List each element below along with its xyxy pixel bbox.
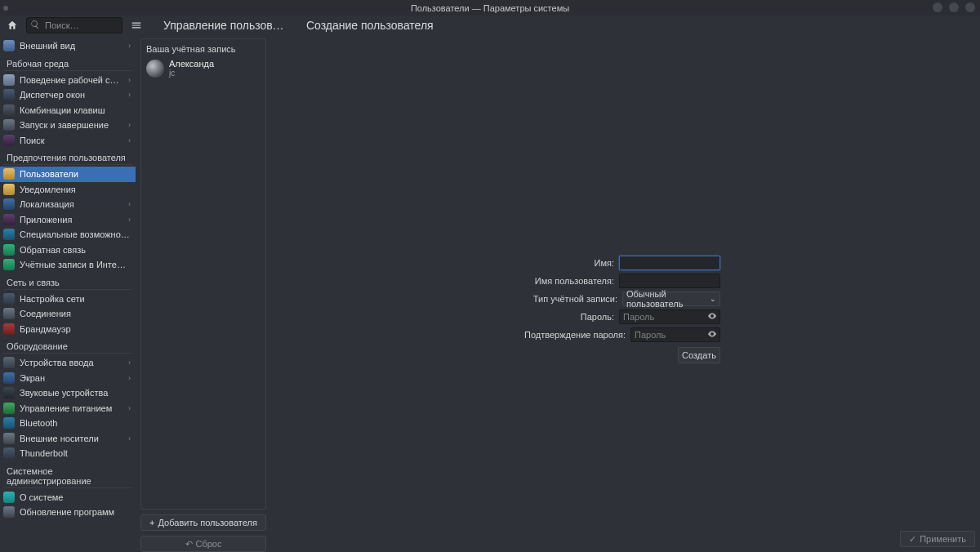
- sidebar-item-icon: [3, 372, 15, 384]
- sidebar-item-label: Брандмауэр: [20, 324, 131, 334]
- toolbar: Управление пользоват... Создание пользов…: [0, 16, 980, 35]
- sidebar-item[interactable]: Управление питанием›: [0, 401, 136, 416]
- maximize-button[interactable]: [949, 2, 959, 12]
- name-input[interactable]: [619, 256, 720, 270]
- sidebar-item-icon: [3, 323, 15, 335]
- sidebar-item[interactable]: Bluetooth: [0, 416, 136, 431]
- sidebar-item[interactable]: Брандмауэр: [0, 322, 136, 337]
- sidebar-item[interactable]: Обновление программ: [0, 505, 136, 520]
- sidebar-item[interactable]: Уведомления: [0, 182, 136, 198]
- window-title: Пользователи — Параметры системы: [0, 3, 980, 13]
- sidebar-item-label: Комбинации клавиш: [20, 105, 131, 115]
- sidebar-item-icon: [3, 357, 15, 368]
- sidebar-item-label: Пользователи: [20, 169, 131, 179]
- sidebar-item[interactable]: Локализация›: [0, 197, 136, 212]
- sidebar-item[interactable]: Приложения›: [0, 212, 136, 228]
- sidebar-item-icon: [3, 259, 15, 270]
- sidebar-item-icon: [3, 74, 15, 86]
- chevron-right-icon: ›: [128, 216, 131, 224]
- sidebar-item-icon: [3, 308, 15, 319]
- sidebar-item-label: Устройства ввода: [20, 358, 123, 367]
- sidebar-item-label: Внешние носители: [20, 434, 123, 443]
- user-row[interactable]: Александа jc: [146, 57, 261, 79]
- apply-button[interactable]: ✓ Применить: [900, 531, 975, 547]
- user-list: Ваша учётная запись Александа jc: [140, 38, 266, 510]
- sidebar-item-label: Thunderbolt: [20, 448, 131, 458]
- account-type-label: Тип учётной записи:: [533, 294, 617, 304]
- reset-button[interactable]: ↶ Сброс: [140, 536, 266, 552]
- sidebar-item-appearance[interactable]: Внешний вид ›: [0, 38, 136, 54]
- user-display-name: Александа: [169, 59, 214, 69]
- sidebar-item[interactable]: Соединения: [0, 306, 136, 322]
- account-type-value: Обычный пользователь: [626, 289, 710, 309]
- password-input[interactable]: [619, 309, 720, 324]
- sidebar-item-label: Bluetooth: [20, 418, 131, 428]
- user-list-header: Ваша учётная запись: [146, 44, 261, 54]
- sidebar-item[interactable]: Пользователи: [0, 167, 136, 182]
- avatar: [146, 60, 164, 78]
- sidebar-item[interactable]: Устройства ввода›: [0, 355, 136, 371]
- sidebar-item[interactable]: Звуковые устройства: [0, 385, 136, 401]
- sidebar-item[interactable]: Комбинации клавиш: [0, 103, 136, 118]
- chevron-right-icon: ›: [128, 42, 131, 50]
- sidebar-item[interactable]: Диспетчер окон›: [0, 87, 136, 103]
- username-input[interactable]: [619, 274, 720, 288]
- add-user-button[interactable]: + Добавить пользователя: [140, 514, 266, 531]
- sidebar-item[interactable]: Специальные возможности: [0, 227, 136, 243]
- chevron-right-icon: ›: [128, 200, 131, 208]
- sidebar-item-icon: [3, 229, 15, 240]
- sidebar-section-header: Предпочтения пользователя: [3, 148, 132, 165]
- sidebar-item-icon: [3, 387, 15, 398]
- account-type-select[interactable]: Обычный пользователь ⌄: [622, 292, 720, 306]
- home-button[interactable]: [3, 17, 21, 33]
- username-label: Имя пользователя:: [535, 276, 614, 286]
- sidebar-item-icon: [3, 119, 15, 131]
- sidebar-section-header: Сеть и связь: [3, 273, 132, 290]
- sidebar-item[interactable]: Поиск›: [0, 133, 136, 149]
- sidebar-section-header: Системное администрирование: [3, 461, 132, 488]
- sidebar-item[interactable]: Поведение рабочей среды›: [0, 73, 136, 88]
- chevron-right-icon: ›: [128, 121, 131, 129]
- chevron-right-icon: ›: [128, 374, 131, 382]
- sidebar-item-icon: [3, 168, 15, 180]
- breadcrumb-item-2[interactable]: Создание пользователя: [306, 19, 434, 32]
- sidebar-item[interactable]: Учётные записи в Интернете: [0, 257, 136, 273]
- close-button[interactable]: [965, 2, 975, 12]
- sidebar-item-icon: [3, 293, 15, 305]
- sidebar-item-icon: [3, 492, 15, 503]
- sidebar-item-label: Экран: [20, 373, 123, 383]
- sidebar-section-header: Оборудование: [3, 336, 132, 354]
- sidebar-item-label: Управление питанием: [20, 403, 123, 413]
- sidebar-item[interactable]: Обратная связь: [0, 243, 136, 258]
- titlebar: Пользователи — Параметры системы: [0, 0, 980, 16]
- hamburger-icon: [131, 20, 142, 31]
- breadcrumb-item-1[interactable]: Управление пользоват...: [163, 19, 290, 32]
- sidebar-item-icon: [3, 89, 15, 100]
- minimize-button[interactable]: [933, 2, 942, 12]
- chevron-right-icon: ›: [128, 76, 131, 84]
- main-panel: Имя: Имя пользователя: Тип учётной запис…: [271, 35, 980, 552]
- sidebar-item-icon: [3, 417, 15, 429]
- sidebar-item[interactable]: Запуск и завершение›: [0, 118, 136, 133]
- sidebar-item[interactable]: О системе: [0, 490, 136, 505]
- create-button[interactable]: Создать: [678, 347, 720, 363]
- sidebar-item-label: Специальные возможности: [20, 229, 131, 239]
- create-label: Создать: [682, 350, 716, 360]
- chevron-right-icon: ›: [128, 404, 131, 412]
- search-input[interactable]: [26, 17, 122, 33]
- eye-icon[interactable]: [707, 329, 717, 341]
- sidebar-item-label: Локализация: [20, 199, 123, 209]
- reset-label: Сброс: [196, 539, 222, 549]
- sidebar-item[interactable]: Внешние носители›: [0, 431, 136, 447]
- sidebar-item-label: Уведомления: [20, 185, 131, 194]
- sidebar-item[interactable]: Thunderbolt: [0, 446, 136, 461]
- sidebar-item[interactable]: Экран›: [0, 371, 136, 386]
- menu-button[interactable]: [127, 17, 145, 33]
- sidebar-item-label: Внешний вид: [20, 41, 123, 51]
- sidebar-item-icon: [3, 105, 15, 116]
- eye-icon[interactable]: [707, 311, 717, 323]
- sidebar-item-icon: [3, 433, 15, 444]
- sidebar-item[interactable]: Настройка сети: [0, 292, 136, 307]
- search-icon: [30, 20, 40, 32]
- breadcrumb: Управление пользоват... Создание пользов…: [163, 19, 434, 32]
